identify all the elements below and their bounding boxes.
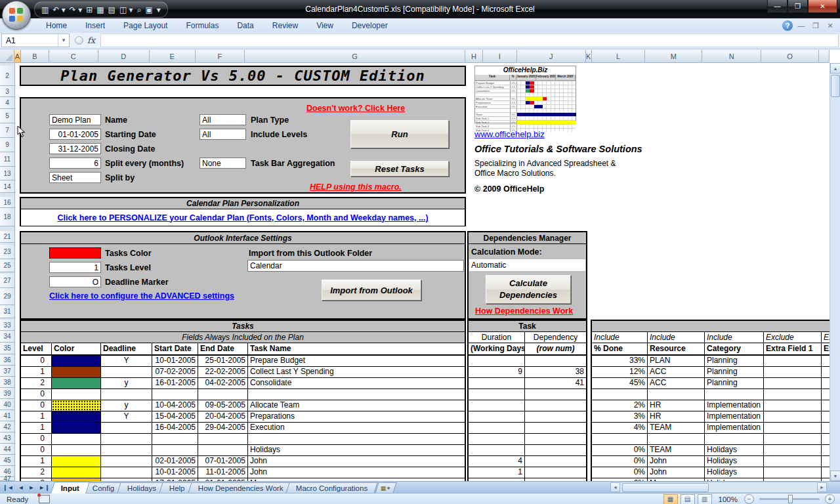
task-row-3[interactable]: 0 bbox=[21, 389, 465, 400]
task-deadline-cell[interactable] bbox=[101, 434, 152, 444]
split-every-input[interactable]: 6 bbox=[49, 158, 101, 169]
dependency-row-10[interactable]: 1 bbox=[469, 467, 586, 478]
row-header-41[interactable]: 41 bbox=[0, 410, 14, 421]
extra1-cell[interactable] bbox=[764, 411, 822, 422]
extra1-cell[interactable] bbox=[764, 356, 822, 366]
extra1-cell[interactable] bbox=[764, 423, 822, 433]
task-row-2[interactable]: 2y16-01-200504-02-2005Consolidate bbox=[21, 378, 465, 389]
task-end-cell[interactable] bbox=[198, 389, 248, 400]
task-start-cell[interactable] bbox=[152, 389, 198, 400]
fields-row-0[interactable]: 33%PLANPlanning bbox=[592, 356, 830, 367]
restore-button[interactable]: ❐ bbox=[788, 0, 808, 13]
paste-options-icon[interactable]: ◫ ▾ bbox=[119, 6, 133, 14]
tab-home[interactable]: Home bbox=[37, 18, 76, 33]
minimize-button[interactable]: — bbox=[767, 0, 788, 13]
category-cell[interactable]: Implementation bbox=[705, 400, 764, 411]
task-level-cell[interactable]: 2 bbox=[21, 378, 52, 388]
task-color-cell[interactable] bbox=[52, 389, 101, 400]
task-level-cell[interactable]: 0 bbox=[21, 434, 52, 444]
plan-type-input[interactable]: All bbox=[200, 114, 246, 125]
task-start-cell[interactable] bbox=[152, 445, 198, 455]
prev-sheet-icon[interactable]: ◄ bbox=[18, 484, 24, 491]
import-outlook-button[interactable]: Import from Outlook bbox=[322, 280, 421, 301]
task-name-cell[interactable]: Holidays bbox=[248, 445, 465, 455]
resource-cell[interactable] bbox=[648, 389, 705, 400]
dependency-row-1[interactable]: 938 bbox=[469, 367, 586, 378]
row-header-23[interactable]: 23 bbox=[0, 245, 14, 259]
task-deadline-cell[interactable]: Y bbox=[101, 411, 152, 422]
extra2-cell[interactable] bbox=[822, 411, 830, 422]
duration-cell[interactable] bbox=[469, 411, 525, 422]
column-header-J[interactable]: J bbox=[517, 50, 586, 63]
fields-row-5[interactable]: 3%HRImplementation bbox=[592, 411, 830, 423]
task-row-1[interactable]: 107-02-200522-02-2005Collect Last Y Spen… bbox=[21, 367, 465, 378]
duration-cell[interactable]: 9 bbox=[469, 367, 525, 377]
scroll-down-icon[interactable]: ▼ bbox=[830, 471, 840, 481]
row-header-16[interactable]: 16 bbox=[0, 197, 14, 208]
task-deadline-cell[interactable]: y bbox=[101, 378, 152, 388]
column-header-I[interactable]: I bbox=[483, 50, 517, 63]
vertical-scroll-thumb[interactable] bbox=[831, 75, 840, 97]
task-row-8[interactable]: 0Holidays bbox=[21, 445, 465, 456]
column-header-N[interactable]: N bbox=[702, 50, 761, 63]
duration-cell[interactable] bbox=[469, 389, 525, 400]
workbook-restore-button[interactable]: ❐ bbox=[810, 22, 822, 30]
page-layout-view-button[interactable]: ▤ bbox=[681, 494, 695, 504]
extra1-cell[interactable] bbox=[764, 400, 822, 411]
tab-view[interactable]: View bbox=[307, 18, 343, 33]
dependency-cell[interactable]: 41 bbox=[525, 378, 586, 388]
task-color-cell[interactable] bbox=[52, 467, 101, 478]
task-deadline-cell[interactable] bbox=[101, 445, 152, 455]
include-levels-input[interactable]: All bbox=[200, 129, 246, 140]
task-color-cell[interactable] bbox=[52, 434, 101, 444]
sheet-tab-how-dependencies-work[interactable]: How Dependencies Work bbox=[188, 482, 293, 494]
task-name-cell[interactable]: Preparations bbox=[248, 411, 465, 422]
sheet-tab-macro-configurations[interactable]: Macro Configurations bbox=[286, 482, 379, 494]
column-header-D[interactable]: D bbox=[98, 50, 150, 63]
tab-data[interactable]: Data bbox=[228, 18, 262, 33]
column-header-H[interactable]: H bbox=[465, 50, 483, 63]
task-end-cell[interactable]: 04-02-2005 bbox=[198, 378, 248, 388]
dependency-row-5[interactable] bbox=[469, 411, 586, 423]
pct-done-cell[interactable]: 0% bbox=[592, 456, 648, 467]
closing-date-input[interactable]: 31-12-2005 bbox=[49, 143, 101, 154]
horizontal-scroll-track[interactable] bbox=[620, 482, 817, 493]
fields-row-7[interactable] bbox=[592, 434, 830, 445]
pct-done-cell[interactable]: 0% bbox=[592, 467, 648, 478]
task-end-cell[interactable] bbox=[198, 434, 248, 444]
deadline-marker-input[interactable]: O bbox=[49, 276, 101, 287]
formula-input[interactable] bbox=[100, 33, 839, 47]
row-header-34[interactable]: 34 bbox=[0, 331, 14, 343]
row-header-3[interactable]: 3 bbox=[0, 86, 14, 97]
task-level-cell[interactable]: 1 bbox=[21, 456, 52, 467]
category-cell[interactable]: Implementation bbox=[705, 411, 764, 422]
task-color-cell[interactable] bbox=[52, 356, 101, 366]
fields-row-10[interactable]: 0%JohnHolidays bbox=[592, 467, 830, 478]
task-start-cell[interactable]: 10-01-2005 bbox=[152, 467, 198, 478]
row-header-35[interactable]: 35 bbox=[0, 343, 14, 354]
duration-cell[interactable] bbox=[469, 400, 525, 411]
task-start-cell[interactable]: 02-01-2005 bbox=[152, 456, 198, 467]
duration-cell[interactable]: 4 bbox=[469, 456, 525, 467]
dependency-row-2[interactable]: 41 bbox=[469, 378, 586, 389]
task-name-cell[interactable]: Prepare Budget bbox=[248, 356, 465, 366]
extra2-cell[interactable] bbox=[822, 356, 830, 366]
task-end-cell[interactable]: 25-01-2005 bbox=[198, 356, 248, 366]
column-header-partial[interactable] bbox=[819, 50, 830, 63]
task-row-9[interactable]: 102-01-200507-01-2005John bbox=[21, 456, 465, 467]
print-preview-icon[interactable]: ⌕ bbox=[137, 6, 142, 14]
task-name-cell[interactable]: Allocate Team bbox=[248, 400, 465, 411]
reset-tasks-button[interactable]: Reset Tasks bbox=[350, 161, 449, 177]
dependency-row-3[interactable] bbox=[469, 389, 586, 400]
pct-done-cell[interactable]: 0% bbox=[592, 445, 648, 455]
extra1-cell[interactable] bbox=[764, 378, 822, 388]
task-color-cell[interactable] bbox=[52, 445, 101, 455]
task-end-cell[interactable]: 29-04-2005 bbox=[198, 423, 248, 433]
help-icon[interactable]: ? bbox=[782, 20, 793, 31]
extra1-cell[interactable] bbox=[764, 445, 822, 455]
first-sheet-icon[interactable]: ❙◄ bbox=[3, 484, 13, 491]
starting-date-input[interactable]: 01-01-2005 bbox=[49, 129, 101, 140]
help-macro-link[interactable]: HELP using this macro. bbox=[310, 182, 402, 192]
task-start-cell[interactable]: 15-04-2005 bbox=[152, 411, 198, 422]
column-header-L[interactable]: L bbox=[592, 50, 646, 63]
